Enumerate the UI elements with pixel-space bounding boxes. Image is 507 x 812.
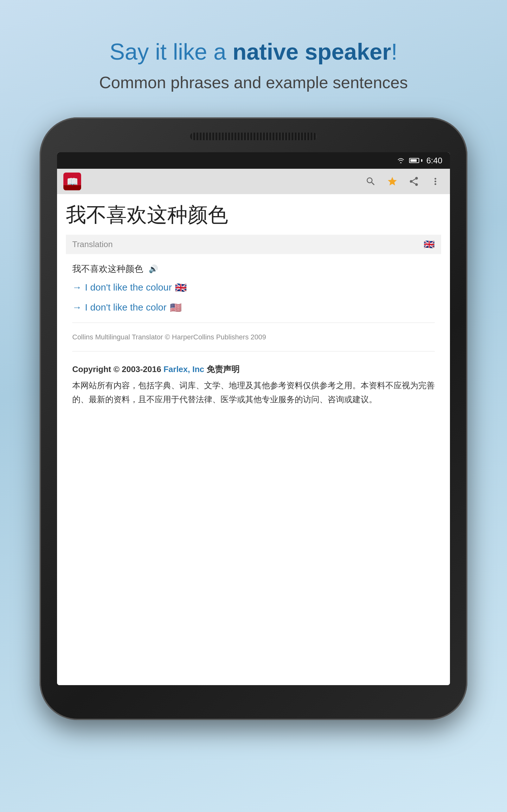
status-bar: 6:40 — [57, 152, 450, 169]
share-button[interactable] — [406, 173, 422, 190]
tagline-bold: native speaker — [233, 39, 391, 64]
disclaimer-body: 本网站所有内容，包括字典、词库、文学、地理及其他参考资料仅供参考之用。本资料不应… — [72, 378, 435, 406]
arrow-2: → — [72, 302, 82, 313]
subtitle: Common phrases and example sentences — [99, 73, 408, 92]
separator-1 — [72, 322, 435, 323]
american-flag-icon: 🇺🇸 — [170, 302, 181, 313]
phrase-row-british[interactable]: → I don't like the colour 🇬🇧 — [66, 277, 441, 298]
phone-device: 6:40 📖 我不喜欢这种颜色 — [40, 117, 467, 720]
copyright-section: Copyright © 2003-2016 Farlex, Inc 免责声明 本… — [66, 357, 441, 413]
source-phrase-row: 我不喜欢这种颜色 🔊 — [66, 260, 441, 277]
translation-bar: Translation 🇬🇧 — [66, 235, 441, 254]
phrase-row-american[interactable]: → I don't like the color 🇺🇸 — [66, 298, 441, 317]
status-icons: 6:40 — [396, 156, 442, 165]
farlex-link[interactable]: Farlex, Inc — [164, 364, 205, 374]
battery-icon — [409, 158, 422, 163]
copyright-text: Copyright © 2003-2016 — [72, 364, 164, 374]
attribution-text: Collins Multilingual Translator © Harper… — [66, 328, 441, 346]
translation-label: Translation — [72, 240, 113, 249]
chinese-heading: 我不喜欢这种颜色 — [66, 202, 441, 228]
british-flag-icon: 🇬🇧 — [175, 282, 187, 293]
phrase-british-text: I don't like the colour — [85, 282, 172, 293]
search-button[interactable] — [362, 173, 379, 190]
copyright-title: Copyright © 2003-2016 Farlex, Inc 免责声明 — [72, 363, 435, 376]
phrase-british-link[interactable]: → I don't like the colour 🇬🇧 — [72, 282, 187, 293]
favorite-button[interactable] — [384, 173, 400, 190]
header-section: Say it like a native speaker! Common phr… — [74, 38, 433, 92]
phrase-american-text: I don't like the color — [85, 302, 167, 313]
tagline-end: ! — [391, 39, 397, 64]
wifi-icon — [396, 157, 405, 164]
phone-screen: 6:40 📖 我不喜欢这种颜色 — [57, 152, 450, 685]
tagline: Say it like a native speaker! — [99, 38, 408, 65]
disclaimer-suffix: 免责声明 — [205, 364, 239, 374]
main-content[interactable]: 我不喜欢这种颜色 Translation 🇬🇧 我不喜欢这种颜色 🔊 → I d… — [57, 194, 450, 685]
source-chinese-text: 我不喜欢这种颜色 — [72, 263, 143, 275]
more-options-button[interactable] — [427, 173, 444, 190]
app-toolbar: 📖 — [57, 169, 450, 194]
status-time: 6:40 — [426, 156, 442, 165]
speaker-button[interactable]: 🔊 — [148, 263, 159, 275]
app-icon: 📖 — [63, 172, 81, 190]
phrase-american-link[interactable]: → I don't like the color 🇺🇸 — [72, 302, 181, 313]
tagline-start: Say it like a — [110, 39, 233, 64]
speaker-grille — [190, 133, 317, 140]
separator-2 — [72, 351, 435, 351]
uk-flag-icon: 🇬🇧 — [424, 239, 435, 250]
arrow-1: → — [72, 282, 82, 293]
